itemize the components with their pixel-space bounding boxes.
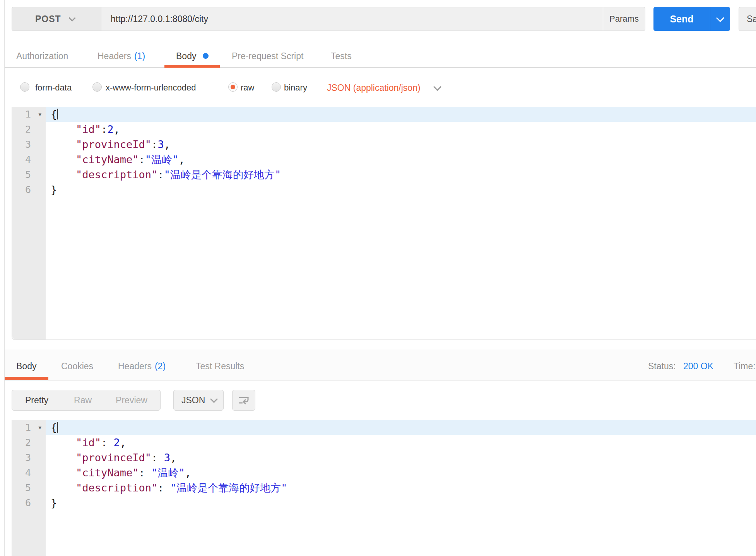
line-number: 6 xyxy=(12,182,46,197)
radio-x-www-form-urlencoded[interactable] xyxy=(92,82,102,92)
code-line: "description": "温岭是个靠海的好地方" xyxy=(46,480,756,495)
response-body-editor: 1▾23456 { "id": 2, "provinceId": 3, "cit… xyxy=(12,420,756,556)
response-headers-label: Headers xyxy=(118,361,152,371)
line-number: 1▾ xyxy=(12,107,46,122)
method-dropdown[interactable]: POST xyxy=(12,7,101,31)
fold-toggle-icon[interactable]: ▾ xyxy=(38,107,41,122)
line-number: 2 xyxy=(12,435,46,450)
url-builder-row: POST http://127.0.0.1:8080/city Params S… xyxy=(12,7,756,31)
chevron-down-icon xyxy=(210,395,218,403)
radio-binary-label[interactable]: binary xyxy=(284,83,307,93)
code-line: "description":"温岭是个靠海的好地方" xyxy=(46,167,756,182)
radio-form-data[interactable] xyxy=(20,82,29,92)
code-line: "id":2, xyxy=(46,122,756,137)
line-number: 4 xyxy=(12,465,46,480)
active-tab-underline xyxy=(164,65,220,68)
text-cursor xyxy=(57,109,58,119)
chevron-down-icon xyxy=(433,83,441,91)
code-line: "cityName":"温岭", xyxy=(46,152,756,167)
response-tabs-border xyxy=(5,380,756,380)
line-number: 1▾ xyxy=(12,420,46,435)
tab-tests[interactable]: Tests xyxy=(331,51,352,61)
tab-body[interactable]: Body xyxy=(176,51,196,61)
line-number: 5 xyxy=(12,480,46,495)
request-body-editor[interactable]: 1▾23456 { "id":2, "provinceId":3, "cityN… xyxy=(12,107,756,340)
line-number: 3 xyxy=(12,137,46,152)
line-number: 5 xyxy=(12,167,46,182)
response-code-area: { "id": 2, "provinceId": 3, "cityName": … xyxy=(46,420,756,510)
save-label: Save xyxy=(747,14,756,24)
text-cursor xyxy=(57,422,58,433)
radio-raw[interactable] xyxy=(228,82,238,92)
send-options-button[interactable] xyxy=(710,16,730,22)
code-line: "id": 2, xyxy=(46,435,756,450)
chevron-down-icon xyxy=(716,14,724,22)
radio-binary[interactable] xyxy=(272,82,281,92)
code-line: "provinceId":3, xyxy=(46,137,756,152)
request-tabs-border xyxy=(5,67,756,68)
params-label: Params xyxy=(609,14,639,24)
postman-window: { "colors": { "accent-blue": "#2180EC", … xyxy=(0,0,756,556)
view-toggle-pretty[interactable]: Pretty xyxy=(25,395,48,406)
view-toggle-raw[interactable]: Raw xyxy=(74,395,92,406)
sidebar-edge xyxy=(0,0,5,556)
response-tab-body[interactable]: Body xyxy=(16,361,36,372)
code-line: } xyxy=(46,495,756,510)
radio-raw-label[interactable]: raw xyxy=(241,83,254,93)
code-line: } xyxy=(46,182,756,197)
code-line: { xyxy=(46,420,756,435)
response-language-dropdown[interactable]: JSON xyxy=(173,390,224,411)
content-type-dropdown[interactable]: JSON (application/json) xyxy=(327,83,421,93)
wrap-text-icon xyxy=(238,394,250,406)
code-line: "cityName": "温岭", xyxy=(46,465,756,480)
view-toggle-group: Pretty Raw Preview xyxy=(12,390,161,411)
response-tabs: Body Cookies Headers(2) Test Results Sta… xyxy=(0,361,756,377)
time-label: Time: xyxy=(734,361,756,372)
fold-toggle-icon[interactable]: ▾ xyxy=(38,420,41,435)
response-active-tab-underline xyxy=(5,377,48,380)
save-button[interactable]: Save xyxy=(739,7,756,31)
wrap-text-button[interactable] xyxy=(232,390,255,411)
request-tabs: Authorization Headers(1) Body Pre-reques… xyxy=(0,51,756,67)
radio-x-www-form-urlencoded-label[interactable]: x-www-form-urlencoded xyxy=(106,83,196,93)
url-input[interactable]: http://127.0.0.1:8080/city xyxy=(101,7,603,31)
tab-headers[interactable]: Headers(1) xyxy=(97,51,145,61)
radio-form-data-label[interactable]: form-data xyxy=(35,83,72,93)
status-label: Status: xyxy=(648,361,676,372)
response-tab-test-results[interactable]: Test Results xyxy=(196,361,244,372)
line-number-gutter: 1▾23456 xyxy=(12,107,46,339)
code-line: { xyxy=(46,107,756,122)
content-type-chevron[interactable] xyxy=(427,85,440,92)
response-tab-headers[interactable]: Headers(2) xyxy=(118,361,166,372)
response-tab-cookies[interactable]: Cookies xyxy=(61,361,93,372)
chevron-down-icon xyxy=(68,14,75,21)
tab-authorization[interactable]: Authorization xyxy=(16,51,68,61)
tab-headers-label: Headers xyxy=(97,51,131,61)
response-headers-count-badge: (2) xyxy=(155,361,166,371)
request-code-area[interactable]: { "id":2, "provinceId":3, "cityName":"温岭… xyxy=(46,107,756,197)
response-toolbar: Pretty Raw Preview JSON xyxy=(12,390,756,411)
line-number-gutter: 1▾23456 xyxy=(12,420,46,556)
view-toggle-preview[interactable]: Preview xyxy=(116,395,147,406)
line-number: 2 xyxy=(12,122,46,137)
response-language-label: JSON xyxy=(181,395,205,406)
code-line: "provinceId": 3, xyxy=(46,450,756,465)
method-label: POST xyxy=(35,14,61,24)
url-text: http://127.0.0.1:8080/city xyxy=(111,14,208,24)
body-type-bar: form-data x-www-form-urlencoded raw bina… xyxy=(0,79,756,97)
line-number: 4 xyxy=(12,152,46,167)
line-number: 6 xyxy=(12,495,46,510)
headers-count-badge: (1) xyxy=(134,51,145,61)
line-number: 3 xyxy=(12,450,46,465)
params-button[interactable]: Params xyxy=(603,7,645,31)
tab-pre-request-script[interactable]: Pre-request Script xyxy=(232,51,303,61)
url-builder-group: POST http://127.0.0.1:8080/city Params xyxy=(12,7,645,31)
send-label: Send xyxy=(653,14,710,25)
send-button[interactable]: Send xyxy=(653,7,730,31)
body-content-dot-indicator xyxy=(203,53,209,59)
status-value[interactable]: 200 OK xyxy=(683,361,713,372)
